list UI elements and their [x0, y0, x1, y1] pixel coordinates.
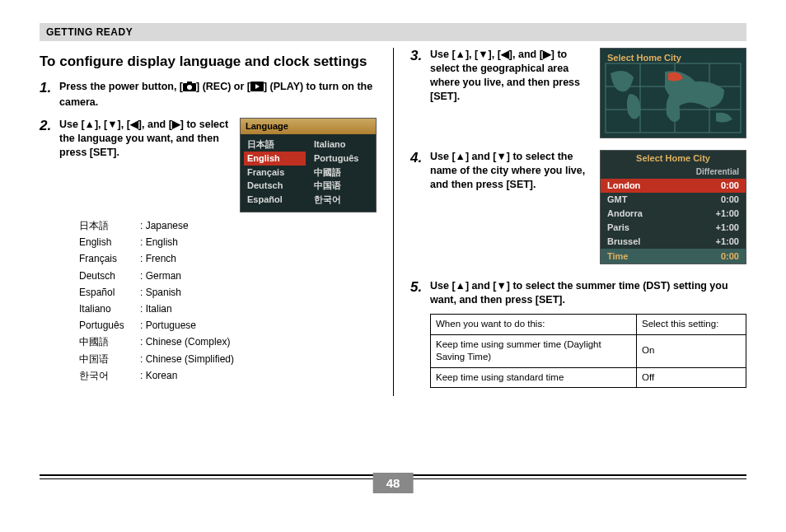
time-label: Time [607, 250, 628, 263]
language-english: : Korean [140, 369, 177, 382]
list-item: 中国语: Chinese (Simplified) [79, 351, 377, 367]
language-native: Español [79, 286, 140, 299]
table-cell: On [637, 334, 746, 367]
page-footer: 48 [40, 474, 746, 499]
section-header: GETTING READY [40, 23, 746, 41]
list-item: Deutsch: German [79, 268, 377, 284]
lang-option: 日本語 [244, 138, 306, 152]
language-english: : German [140, 269, 181, 282]
lang-option: Español [244, 193, 306, 207]
svg-point-2 [187, 85, 192, 90]
city-row: Brussel+1:00 [601, 235, 746, 249]
lang-option: 中国语 [311, 179, 372, 193]
lang-option: 中國語 [311, 166, 372, 180]
city-name: GMT [607, 194, 627, 206]
list-item: Français: French [79, 250, 377, 267]
step-number: 2. [40, 118, 59, 384]
language-translation-list: 日本語: JapaneseEnglish: EnglishFrançais: F… [79, 217, 377, 384]
screenshot-title: Select Home City [607, 52, 681, 64]
table-cell: Keep time using standard time [431, 367, 637, 388]
step-5: 5. Use [▲] and [▼] to select the summer … [410, 279, 746, 388]
city-row: London0:00 [601, 179, 746, 193]
city-row: Andorra+1:00 [601, 207, 746, 221]
language-english: : Japanese [140, 219, 189, 232]
language-english: : Chinese (Simplified) [140, 352, 234, 366]
language-native: Italiano [79, 302, 140, 315]
step-1: 1. Press the power button, [] (REC) or [… [40, 80, 377, 110]
city-diff: +1:00 [716, 236, 739, 248]
language-english: : French [140, 252, 176, 265]
screenshot-title: Select Home City [601, 151, 746, 166]
step-number: 3. [410, 48, 430, 138]
step-number: 4. [410, 150, 430, 264]
city-row: Paris+1:00 [601, 221, 746, 235]
step-text: Use [▲], [▼], [◀], and [▶] to select the… [59, 118, 233, 160]
list-item: English: English [79, 234, 377, 250]
table-header: Select this setting: [637, 315, 746, 335]
step-number: 5. [410, 279, 430, 388]
city-diff: +1:00 [716, 208, 739, 220]
left-column: To configure display language and clock … [40, 48, 393, 396]
language-english: : Spanish [140, 286, 181, 299]
language-native: 中国语 [79, 352, 140, 366]
step-3: 3. Use [▲], [▼], [◀], and [▶] to select … [410, 48, 746, 138]
list-item: 한국어: Korean [79, 367, 377, 384]
table-header: When you want to do this: [431, 315, 637, 335]
city-row: GMT0:00 [601, 193, 746, 207]
city-select-screenshot: Select Home City Differential London0:00… [600, 150, 746, 264]
lang-option: 한국어 [311, 193, 372, 207]
language-english: : English [140, 236, 178, 249]
lang-option: Português [311, 152, 372, 166]
city-name: London [607, 180, 640, 192]
language-native: Português [79, 319, 140, 332]
step-text: Use [▲] and [▼] to select the summer tim… [430, 279, 746, 307]
city-name: Paris [607, 222, 629, 234]
list-item: Português: Portuguese [79, 317, 377, 334]
list-item: 日本語: Japanese [79, 217, 377, 234]
step-2: 2. Use [▲], [▼], [◀], and [▶] to select … [40, 118, 377, 384]
table-cell: Keep time using summer time (Daylight Sa… [431, 334, 637, 367]
step-text: Use [▲], [▼], [◀], and [▶] to select the… [430, 48, 593, 104]
language-menu-screenshot: Language 日本語EnglishFrançaisDeutschEspaño… [240, 118, 377, 212]
right-column: 3. Use [▲], [▼], [◀], and [▶] to select … [393, 48, 746, 396]
language-native: English [79, 236, 140, 249]
language-native: 中國語 [79, 335, 140, 348]
city-diff: 0:00 [721, 194, 739, 206]
step-number: 1. [40, 80, 59, 110]
language-native: Français [79, 252, 140, 265]
step-text: Use [▲] and [▼] to select the name of th… [430, 150, 593, 192]
svg-rect-1 [187, 82, 192, 84]
play-icon [250, 82, 264, 96]
language-native: 한국어 [79, 369, 140, 382]
language-native: Deutsch [79, 269, 140, 282]
city-name: Andorra [607, 208, 643, 220]
screenshot-title: Language [241, 119, 376, 134]
list-item: Italiano: Italian [79, 301, 377, 317]
step-text: Press the power button, [] (REC) or [] (… [59, 80, 377, 110]
page-title: To configure display language and clock … [40, 53, 377, 70]
lang-option: Italiano [311, 138, 372, 152]
lang-option: Français [244, 166, 306, 180]
lang-option: Deutsch [244, 179, 306, 193]
screenshot-subtitle: Differential [601, 166, 746, 180]
city-name: Brussel [607, 236, 640, 248]
language-english: : Italian [140, 302, 172, 315]
language-english: : Chinese (Complex) [140, 335, 230, 348]
language-native: 日本語 [79, 219, 140, 232]
list-item: 中國語: Chinese (Complex) [79, 334, 377, 350]
city-diff: 0:00 [721, 180, 739, 192]
time-value: 0:00 [721, 250, 739, 263]
world-map-screenshot: Select Home City [600, 48, 746, 138]
camera-icon [183, 82, 196, 96]
list-item: Español: Spanish [79, 284, 377, 301]
dst-table: When you want to do this: Select this se… [430, 314, 746, 388]
table-cell: Off [637, 367, 746, 388]
city-diff: +1:00 [716, 222, 739, 234]
language-english: : Portuguese [140, 319, 196, 332]
lang-option: English [244, 152, 306, 166]
page-number: 48 [373, 473, 414, 493]
step-4: 4. Use [▲] and [▼] to select the name of… [410, 150, 746, 264]
